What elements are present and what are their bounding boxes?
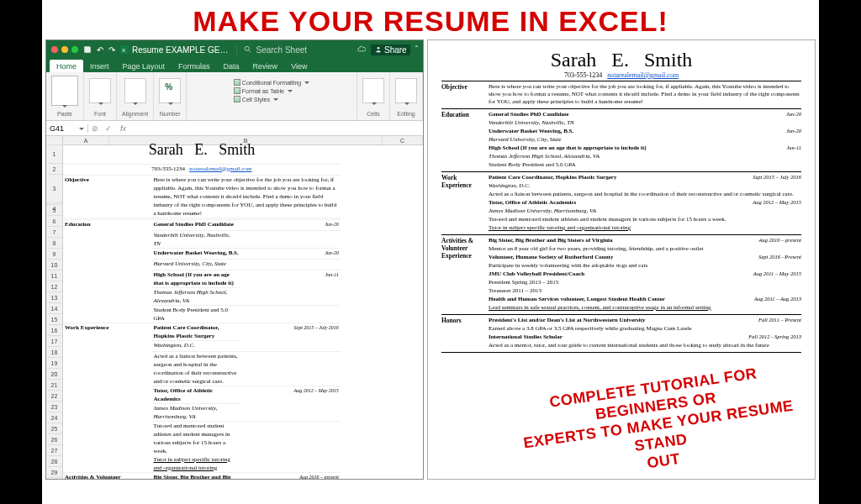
minimize-icon[interactable]	[61, 46, 68, 53]
ribbon-clipboard: Paste	[46, 72, 84, 120]
grid[interactable]: A B C Sarah E. Smith 703-555-1234 notare…	[63, 136, 423, 479]
headline: MAKE YOUR RESUME IN EXCEL!	[42, 0, 819, 39]
close-icon[interactable]	[51, 46, 58, 53]
ribbon-toggle-icon[interactable]: ˆ	[415, 45, 418, 55]
resume-grid[interactable]: Sarah E. Smith 703-555-1234 notarealemai…	[63, 145, 423, 479]
search-icon[interactable]	[244, 45, 252, 54]
tab-home[interactable]: Home	[50, 60, 83, 72]
section-volunteer: Activities & Volunteer Experience	[441, 237, 489, 312]
tab-data[interactable]: Data	[217, 60, 246, 72]
cond-fmt-icon	[234, 79, 240, 86]
letterbox-left	[0, 0, 42, 504]
number-label: Number	[160, 111, 181, 118]
name-box[interactable]: G41	[46, 124, 88, 133]
resume-page-preview: Sarah E. Smith 703-555-1234 notarealemai…	[427, 39, 816, 480]
alignment-icon[interactable]	[124, 78, 146, 103]
section-education: Education	[441, 111, 489, 170]
cell-styles-icon	[234, 96, 240, 102]
main-canvas: MAKE YOUR RESUME IN EXCEL! ↶ ↷ X Resume …	[42, 0, 819, 504]
excel-window: ↶ ↷ X Resume EXAMPLE GE… Search Sheet Sh…	[45, 39, 424, 480]
ribbon-font: Font	[84, 72, 117, 120]
section-objective: Objective	[441, 83, 489, 107]
confirm-icon[interactable]: ✓	[102, 124, 115, 133]
paste-label: Paste	[57, 111, 72, 118]
svg-point-2	[246, 46, 250, 50]
worksheet[interactable]: 1234 567891011 121314151617 181920212223…	[46, 136, 423, 479]
section-honors: Honors	[441, 317, 489, 350]
font-label: Font	[94, 111, 106, 118]
tab-page-layout[interactable]: Page Layout	[116, 60, 172, 72]
svg-point-4	[378, 47, 380, 50]
ribbon-number: % Number	[154, 72, 187, 120]
redo-icon[interactable]: ↷	[108, 45, 115, 55]
formula-bar: G41 ⊘ ✓ fx	[46, 121, 423, 136]
font-icon[interactable]	[89, 78, 111, 103]
zoom-icon[interactable]	[71, 46, 78, 53]
cells-icon[interactable]	[362, 78, 384, 103]
alignment-label: Alignment	[122, 111, 148, 118]
save-icon[interactable]	[83, 45, 92, 54]
ribbon: Paste Font Alignment % Number Conditiona…	[46, 72, 423, 121]
ribbon-styles: Conditional Formatting Format as Table C…	[187, 72, 357, 120]
cloud-icon[interactable]	[357, 45, 366, 54]
insert-function-icon[interactable]: ⊘	[88, 124, 102, 133]
share-label: Share	[384, 45, 407, 55]
tab-formulas[interactable]: Formulas	[172, 60, 217, 72]
ribbon-cells: Cells	[357, 72, 390, 120]
editing-icon[interactable]	[395, 78, 417, 103]
excel-file-icon: X	[120, 45, 129, 54]
window-controls[interactable]	[51, 46, 78, 53]
tab-review[interactable]: Review	[246, 60, 285, 72]
undo-icon[interactable]: ↶	[97, 45, 103, 55]
conditional-formatting-button[interactable]: Conditional Formatting	[234, 79, 309, 86]
number-icon[interactable]: %	[159, 78, 181, 103]
filename: Resume EXAMPLE GE…	[132, 45, 228, 55]
letterbox-right	[819, 0, 861, 504]
ribbon-alignment: Alignment	[117, 72, 154, 120]
editing-label: Editing	[397, 111, 415, 118]
tab-insert[interactable]: Insert	[83, 60, 116, 72]
overlay-tagline: COMPLETE TUTORIAL FOR BEGINNERS OREXPERT…	[502, 357, 815, 491]
cell-styles-button[interactable]: Cell Styles	[234, 96, 278, 102]
tab-view[interactable]: View	[284, 60, 314, 72]
fx-label: fx	[115, 124, 131, 133]
format-as-table-button[interactable]: Format as Table	[234, 87, 293, 94]
table-icon	[234, 87, 240, 94]
paste-icon[interactable]	[51, 76, 78, 106]
row-headers[interactable]: 1234 567891011 121314151617 181920212223…	[46, 136, 63, 479]
cells-label: Cells	[367, 111, 380, 118]
share-button[interactable]: Share	[371, 45, 410, 55]
resume-name: Sarah E. Smith	[441, 49, 801, 71]
excel-titlebar: ↶ ↷ X Resume EXAMPLE GE… Search Sheet Sh…	[46, 40, 423, 59]
resume-contact: 703-555-1234 notarealemail@gmail.com	[441, 71, 801, 81]
search-placeholder[interactable]: Search Sheet	[256, 45, 307, 55]
share-icon	[374, 45, 383, 54]
section-work: Work Experience	[441, 174, 489, 233]
ribbon-editing: Editing	[390, 72, 423, 120]
ribbon-tabs: Home Insert Page Layout Formulas Data Re…	[46, 59, 423, 72]
svg-line-3	[249, 50, 251, 53]
